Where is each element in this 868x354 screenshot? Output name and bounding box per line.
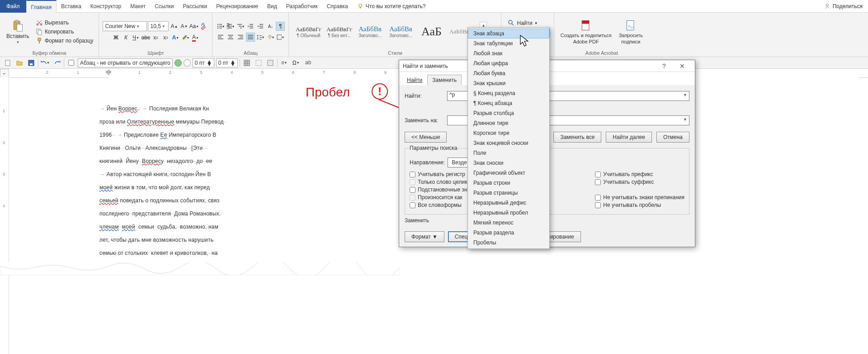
clear-format-button[interactable]: A xyxy=(199,22,208,31)
chk-ignore-punct[interactable]: Не учитывать знаки препинания xyxy=(595,194,684,201)
decrease-indent-button[interactable] xyxy=(246,22,255,31)
tab-file[interactable]: Файл xyxy=(0,0,26,13)
ctx-item[interactable]: Знак абзаца xyxy=(468,29,549,38)
shrink-font-button[interactable]: A▼ xyxy=(179,22,189,31)
redo-button[interactable] xyxy=(52,58,62,68)
font-size-combo[interactable]: 10,5▼ xyxy=(148,21,169,31)
style-item[interactable]: АаБбВвЗаголово... xyxy=(386,24,415,39)
bold-button[interactable]: Ж xyxy=(111,33,120,42)
tab-review[interactable]: Рецензирование xyxy=(212,0,263,13)
open-button[interactable] xyxy=(14,58,24,68)
highlight-button[interactable]: ▼ xyxy=(181,33,190,42)
ctx-item[interactable]: Любой знак xyxy=(468,48,549,58)
ctx-item[interactable]: Поле xyxy=(468,148,549,158)
green-dot-1[interactable] xyxy=(175,59,182,67)
share-button[interactable]: Поделиться xyxy=(824,3,863,10)
align-left-button[interactable] xyxy=(216,33,225,42)
style-item[interactable]: АаБ xyxy=(416,24,446,39)
ctx-item[interactable]: Неразрывный пробел xyxy=(468,208,549,218)
find-next-button[interactable]: Найти далее xyxy=(606,132,652,143)
tab-insert[interactable]: Вставка xyxy=(57,0,86,13)
ctx-item[interactable]: Любая буква xyxy=(468,68,549,78)
ctx-item[interactable]: Графический объект xyxy=(468,168,549,178)
undo-button[interactable]: ▼ xyxy=(40,58,50,68)
spin-1[interactable]: 0 пт▲▼ xyxy=(193,58,214,67)
qat-b1[interactable] xyxy=(242,58,252,68)
qat-b4[interactable]: ab xyxy=(303,58,313,68)
underline-button[interactable]: Ч▼ xyxy=(131,33,140,42)
ctx-item[interactable]: Неразрывный дефис xyxy=(468,198,549,208)
style-check[interactable] xyxy=(66,58,76,68)
ctx-item[interactable]: Разрыв раздела xyxy=(468,228,549,238)
font-name-combo[interactable]: Courier New▼ xyxy=(103,21,147,31)
paste-button[interactable]: Вставить▼ xyxy=(4,19,32,45)
ctx-item[interactable]: Короткое тире xyxy=(468,128,549,138)
spin-2[interactable]: 0 пт▲▼ xyxy=(216,58,238,67)
tab-design[interactable]: Конструктор xyxy=(86,0,126,13)
ctx-item[interactable]: Знак крышки xyxy=(468,78,549,88)
ctx-item[interactable]: Разрыв страницы xyxy=(468,188,549,198)
create-pdf-button[interactable]: Создать и поделитьсяAdobe PDF xyxy=(558,18,614,45)
increase-indent-button[interactable] xyxy=(256,22,265,31)
ctx-item[interactable]: Разрыв столбца xyxy=(468,108,549,118)
format-painter-button[interactable]: Формат по образцу xyxy=(34,37,95,45)
tab-references[interactable]: Ссылки xyxy=(150,0,178,13)
chk-wildcards[interactable]: Подстановочные знаки xyxy=(410,187,476,193)
style-item[interactable]: АаБбВвГг¶ Без инт... xyxy=(324,25,354,39)
chk-case[interactable]: Учитывать регистр xyxy=(410,171,476,177)
ctx-item[interactable]: Длинное тире xyxy=(468,118,549,128)
ctx-item[interactable]: Знак сноски xyxy=(468,158,549,168)
chk-wordforms[interactable]: Все словоформы xyxy=(410,202,476,208)
grow-font-button[interactable]: A▲ xyxy=(170,22,179,31)
tab-view[interactable]: Вид xyxy=(263,0,282,13)
tell-me[interactable]: Что вы хотите сделать? xyxy=(353,0,430,13)
style-item[interactable]: АаБбВвЗаголово... xyxy=(355,24,385,39)
dialog-close-button[interactable]: ✕ xyxy=(673,62,691,70)
document-body[interactable]: → Йен·Воррес.· → Последняя·Великая·Кнпро… xyxy=(99,102,225,260)
style-item[interactable]: АаБбВвГг¶ Обычный xyxy=(293,25,323,39)
align-center-button[interactable] xyxy=(226,33,235,42)
tab-mailings[interactable]: Рассылки xyxy=(178,0,212,13)
tab-help[interactable]: Справка xyxy=(322,0,353,13)
dialog-help-button[interactable]: ? xyxy=(655,62,673,70)
replace-all-button[interactable]: Заменить все xyxy=(553,132,601,143)
dialog-tab-replace[interactable]: Заменить xyxy=(427,75,462,85)
indent-marker[interactable] xyxy=(106,70,111,77)
ctx-item[interactable]: Разрыв строки xyxy=(468,178,549,188)
request-sign-button[interactable]: Запроситьподписи xyxy=(616,18,646,45)
ctx-item[interactable]: Знак табуляции xyxy=(468,38,549,48)
font-color-button[interactable]: A▼ xyxy=(191,33,200,42)
find-button[interactable]: Найти ▼ xyxy=(505,19,550,27)
justify-button[interactable] xyxy=(246,33,255,42)
subscript-button[interactable]: x2 xyxy=(151,33,160,42)
borders-button[interactable]: ▼ xyxy=(276,33,285,42)
qat-omega[interactable]: Ω▼ xyxy=(291,58,301,68)
cancel-button[interactable]: Отмена xyxy=(656,132,689,143)
chk-ignore-space[interactable]: Не учитывать пробелы xyxy=(595,202,684,208)
chk-suffix[interactable]: Учитывать суффикс xyxy=(595,179,684,185)
chk-prefix[interactable]: Учитывать префикс xyxy=(595,171,684,177)
ctx-item[interactable]: § Конец раздела xyxy=(468,88,549,98)
format-button[interactable]: Формат ▼ xyxy=(405,231,444,242)
strike-button[interactable]: abc xyxy=(141,33,150,42)
superscript-button[interactable]: x2 xyxy=(161,33,170,42)
vertical-ruler[interactable]: 12 34 xyxy=(0,77,9,354)
cut-button[interactable]: Вырезать xyxy=(34,19,95,27)
numbering-button[interactable]: 123▼ xyxy=(226,22,235,31)
sort-button[interactable]: A↓ xyxy=(266,22,275,31)
qat-b2[interactable] xyxy=(254,58,264,68)
ctx-item[interactable]: Любая цифра xyxy=(468,58,549,68)
save-button[interactable] xyxy=(26,58,36,68)
tab-home[interactable]: Главная xyxy=(26,0,57,13)
multilevel-button[interactable]: ▼ xyxy=(236,22,245,31)
ruler-tab-selector[interactable]: ⌐ xyxy=(0,69,9,78)
italic-button[interactable]: К xyxy=(121,33,130,42)
qat-b3[interactable] xyxy=(265,58,275,68)
show-marks-button[interactable]: ¶ xyxy=(276,22,285,31)
dot-2[interactable] xyxy=(184,59,191,67)
text-effects-button[interactable]: A▼ xyxy=(171,33,180,42)
qat-pi[interactable]: π▼ xyxy=(279,58,289,68)
line-spacing-button[interactable]: ▼ xyxy=(256,33,265,42)
ctx-item[interactable]: Мягкий перенос xyxy=(468,218,549,228)
less-button[interactable]: << Меньше xyxy=(405,132,447,143)
